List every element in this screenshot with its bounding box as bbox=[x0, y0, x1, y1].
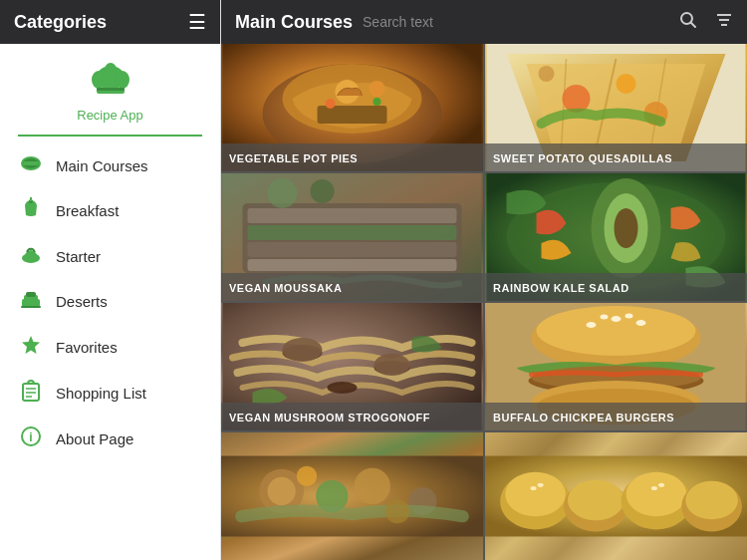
recipe-title: VEGAN MOUSSAKA bbox=[229, 282, 342, 294]
sidebar-header: Categories ☰ bbox=[0, 0, 220, 44]
sidebar-item-about-page[interactable]: i About Page bbox=[0, 417, 220, 461]
search-bar[interactable]: Search text bbox=[363, 14, 661, 30]
svg-rect-51 bbox=[248, 259, 457, 271]
svg-point-68 bbox=[587, 322, 597, 328]
svg-point-72 bbox=[625, 314, 633, 319]
sidebar-item-label-favorites: Favorites bbox=[56, 339, 118, 356]
svg-point-67 bbox=[537, 306, 696, 356]
svg-line-24 bbox=[691, 22, 696, 27]
menu-icon[interactable]: ☰ bbox=[188, 10, 206, 34]
svg-point-32 bbox=[370, 81, 385, 97]
svg-point-97 bbox=[658, 483, 664, 487]
favorites-icon bbox=[18, 334, 44, 360]
search-placeholder: Search text bbox=[363, 14, 661, 30]
recipe-grid: VEGETABLE POT PIES bbox=[221, 44, 747, 560]
starter-icon bbox=[18, 244, 44, 269]
sidebar: Categories ☰ Recipe App bbox=[0, 0, 221, 560]
main-content: Main Courses Search text bbox=[221, 0, 747, 560]
svg-rect-48 bbox=[248, 208, 457, 223]
logo-area: Recipe App bbox=[18, 44, 202, 137]
sidebar-item-label-starter: Starter bbox=[56, 248, 101, 265]
breakfast-icon bbox=[18, 197, 44, 224]
svg-point-63 bbox=[374, 354, 410, 376]
sidebar-item-starter[interactable]: Starter bbox=[0, 234, 220, 279]
sidebar-item-breakfast[interactable]: Breakfast bbox=[0, 187, 220, 234]
recipe-card-sweet-potato-quesadillas[interactable]: SWEET POTATO QUESADILLAS bbox=[485, 44, 747, 171]
svg-point-89 bbox=[568, 480, 624, 520]
shopping-list-icon bbox=[18, 380, 44, 407]
sidebar-item-main-courses[interactable]: Main Courses bbox=[0, 144, 220, 187]
recipe-label-bar: VEGAN MUSHROOM STROGONOFF bbox=[221, 403, 483, 430]
svg-point-71 bbox=[601, 315, 609, 320]
svg-point-35 bbox=[374, 98, 381, 106]
svg-point-58 bbox=[615, 208, 638, 248]
sidebar-item-label-about-page: About Page bbox=[56, 430, 133, 447]
recipe-label-bar: BUFFALO CHICKPEA BURGERS bbox=[485, 403, 747, 430]
sidebar-item-label-main-courses: Main Courses bbox=[56, 157, 148, 174]
chef-hat-icon bbox=[91, 62, 130, 106]
svg-point-70 bbox=[636, 320, 646, 326]
recipe-title: VEGETABLE POT PIES bbox=[229, 152, 358, 164]
filter-icon[interactable] bbox=[715, 11, 733, 34]
svg-point-79 bbox=[268, 477, 296, 505]
recipe-title: RAINBOW KALE SALAD bbox=[493, 282, 629, 294]
recipe-card-bottom-left[interactable] bbox=[221, 432, 483, 560]
svg-rect-5 bbox=[97, 88, 124, 91]
svg-point-84 bbox=[385, 499, 409, 523]
svg-point-95 bbox=[538, 483, 544, 487]
svg-rect-49 bbox=[248, 225, 457, 240]
svg-point-69 bbox=[612, 316, 622, 322]
deserts-icon bbox=[18, 289, 44, 314]
svg-point-34 bbox=[326, 99, 336, 109]
main-header: Main Courses Search text bbox=[221, 0, 747, 44]
nav-list: Main Courses Breakfast Start bbox=[0, 144, 220, 461]
main-title: Main Courses bbox=[235, 12, 353, 33]
svg-point-53 bbox=[311, 179, 335, 203]
sidebar-item-label-breakfast: Breakfast bbox=[56, 202, 119, 219]
sidebar-item-favorites[interactable]: Favorites bbox=[0, 324, 220, 370]
svg-point-81 bbox=[355, 468, 390, 504]
svg-point-83 bbox=[297, 466, 317, 486]
search-icon[interactable] bbox=[679, 11, 697, 34]
recipe-card-rainbow-kale-salad[interactable]: RAINBOW KALE SALAD bbox=[485, 173, 747, 301]
svg-point-93 bbox=[685, 481, 738, 519]
recipe-title: SWEET POTATO QUESADILLAS bbox=[493, 152, 672, 164]
svg-point-2 bbox=[116, 71, 129, 89]
svg-point-43 bbox=[617, 74, 636, 94]
svg-rect-14 bbox=[26, 292, 36, 297]
svg-rect-50 bbox=[248, 242, 457, 257]
sidebar-item-deserts[interactable]: Deserts bbox=[0, 279, 220, 324]
recipe-card-vegan-moussaka[interactable]: VEGAN MOUSSAKA bbox=[221, 173, 483, 301]
svg-marker-16 bbox=[22, 336, 40, 354]
svg-point-96 bbox=[651, 486, 657, 490]
recipe-title: BUFFALO CHICKPEA BURGERS bbox=[493, 412, 674, 423]
sidebar-title: Categories bbox=[14, 12, 188, 33]
main-courses-icon bbox=[18, 154, 44, 177]
svg-point-52 bbox=[268, 178, 298, 208]
sidebar-item-shopping-list[interactable]: Shopping List bbox=[0, 370, 220, 417]
svg-point-61 bbox=[283, 338, 323, 362]
recipe-label-bar: SWEET POTATO QUESADILLAS bbox=[485, 143, 747, 171]
svg-point-94 bbox=[531, 486, 537, 490]
recipe-label-bar: VEGAN MOUSSAKA bbox=[221, 273, 483, 301]
recipe-card-bottom-right[interactable] bbox=[485, 432, 747, 560]
recipe-title: VEGAN MUSHROOM STROGONOFF bbox=[229, 412, 430, 423]
recipe-card-vegan-mushroom-strogonoff[interactable]: VEGAN MUSHROOM STROGONOFF bbox=[221, 303, 483, 430]
recipe-card-vegetable-pot-pies[interactable]: VEGETABLE POT PIES bbox=[221, 44, 483, 171]
svg-rect-15 bbox=[21, 306, 41, 308]
about-icon: i bbox=[18, 426, 44, 451]
svg-text:i: i bbox=[29, 430, 32, 444]
svg-point-64 bbox=[328, 382, 358, 394]
recipe-card-buffalo-chickpea-burgers[interactable]: BUFFALO CHICKPEA BURGERS bbox=[485, 303, 747, 430]
svg-point-91 bbox=[626, 472, 687, 517]
sidebar-item-label-shopping-list: Shopping List bbox=[56, 385, 146, 402]
recipe-label-bar: VEGETABLE POT PIES bbox=[221, 143, 483, 171]
svg-rect-8 bbox=[23, 161, 39, 165]
logo-label: Recipe App bbox=[77, 108, 143, 123]
svg-point-3 bbox=[105, 63, 117, 77]
svg-point-1 bbox=[92, 71, 106, 89]
recipe-label-bar: RAINBOW KALE SALAD bbox=[485, 273, 747, 301]
svg-point-87 bbox=[505, 472, 566, 517]
sidebar-item-label-deserts: Deserts bbox=[56, 293, 108, 310]
svg-point-45 bbox=[539, 66, 555, 82]
